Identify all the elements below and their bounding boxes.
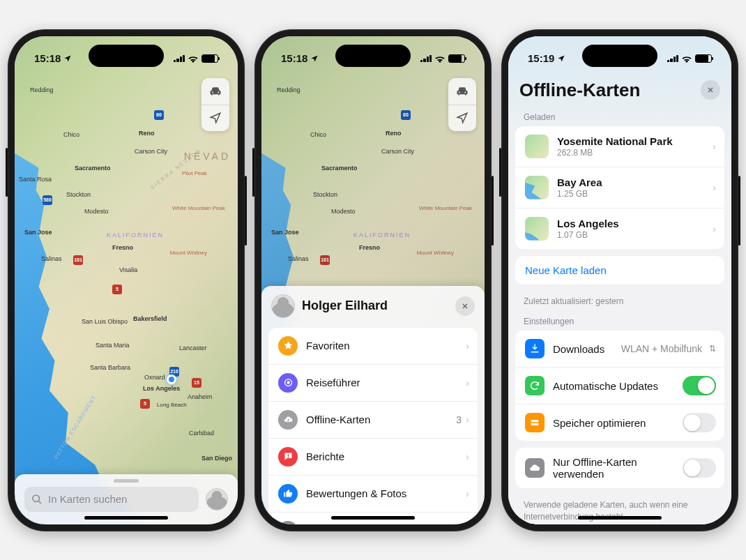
download-new-map-button[interactable]: Neue Karte laden xyxy=(515,256,724,285)
svg-point-2 xyxy=(287,381,289,384)
setting-auto-updates[interactable]: Automatische Updates xyxy=(515,367,724,404)
city-label: Fresno xyxy=(112,244,133,251)
close-button[interactable] xyxy=(701,80,720,100)
loaded-map-item[interactable]: Bay Area1.25 GB › xyxy=(515,167,724,208)
phone-frame-1: 15:18 NEVAD KALIFORNIEN SIERRA NEVADA PA… xyxy=(8,29,245,531)
cloud-off-icon xyxy=(525,458,545,478)
cloud-download-icon xyxy=(278,410,298,430)
phone-frame-3: 15:19 Offline-Karten Geladen Yosemite Na… xyxy=(501,29,738,531)
menu-item-reports[interactable]: Berichte › xyxy=(268,438,478,475)
locate-me-button[interactable] xyxy=(448,105,476,131)
status-indicators xyxy=(667,54,712,63)
city-label: Sacramento xyxy=(75,165,111,172)
sheet-grabber[interactable] xyxy=(114,479,139,483)
map-size: 1.07 GB xyxy=(557,230,713,240)
city-label: Carson City xyxy=(135,148,167,155)
thumb-up-icon xyxy=(278,484,298,504)
menu-item-label: Offline-Karten xyxy=(306,414,456,425)
city-label: Chico xyxy=(63,131,79,138)
city-label: Redding xyxy=(277,86,300,93)
storage-icon xyxy=(525,413,545,432)
wifi-icon xyxy=(188,54,199,63)
city-label: Stockton xyxy=(66,191,91,198)
city-label: Lancaster xyxy=(179,345,207,351)
menu-item-badge: 3 xyxy=(456,414,462,425)
section-settings-title: Einstellungen xyxy=(508,310,731,331)
city-label: Redding xyxy=(30,86,54,93)
profile-menu-card: Favoriten › Reiseführer › Offline-Karten… xyxy=(268,328,478,524)
battery-icon xyxy=(448,54,465,63)
setting-downloads[interactable]: Downloads WLAN + Mobilfunk ⇅ xyxy=(515,331,724,367)
menu-item-offline-maps[interactable]: Offline-Karten 3 › xyxy=(268,401,478,438)
peak-label: Mount Whitney xyxy=(170,250,207,256)
city-label: Stockton xyxy=(313,191,337,198)
close-icon xyxy=(706,86,715,94)
status-time: 15:18 xyxy=(281,52,307,64)
transport-mode-button[interactable] xyxy=(448,78,476,105)
menu-item-favorites[interactable]: Favoriten › xyxy=(268,328,478,364)
setting-label: Automatische Updates xyxy=(553,380,683,392)
svg-rect-5 xyxy=(531,420,539,422)
location-arrow-icon xyxy=(209,112,222,124)
battery-icon xyxy=(695,54,712,63)
city-label: San Diego xyxy=(201,455,232,462)
chevron-right-icon: › xyxy=(466,451,469,462)
picker-icon: ⇅ xyxy=(709,344,716,354)
report-icon xyxy=(278,447,298,467)
toggle-offline-only[interactable] xyxy=(683,458,716,478)
toggle-auto-updates[interactable] xyxy=(683,376,716,395)
region-kalifornien: KALIFORNIEN xyxy=(107,232,164,239)
city-label: Santa Rosa xyxy=(19,176,52,183)
wifi-icon xyxy=(681,54,692,63)
city-label: San Luis Obispo xyxy=(82,318,128,325)
close-icon xyxy=(461,302,469,310)
profile-sheet[interactable]: Holger Eilhard Favoriten › Reiseführer ›… xyxy=(261,286,485,524)
setting-value: WLAN + Mobilfunk xyxy=(621,343,702,354)
city-label: Modesto xyxy=(331,208,356,215)
search-input[interactable]: In Karten suchen xyxy=(24,487,199,512)
loaded-map-item[interactable]: Yosemite National Park262.8 MB › xyxy=(515,126,724,167)
toggle-optimize-storage[interactable] xyxy=(683,413,716,432)
profile-avatar-button[interactable] xyxy=(206,488,228,510)
status-time: 15:18 xyxy=(34,52,61,64)
city-label: Reno xyxy=(386,130,402,137)
city-label: Los Angeles xyxy=(143,385,180,392)
close-button[interactable] xyxy=(455,296,475,316)
city-label: Oxnard xyxy=(144,374,165,381)
status-indicators xyxy=(174,54,218,63)
dynamic-island xyxy=(89,45,164,67)
link-label: Neue Karte laden xyxy=(525,264,607,276)
home-indicator[interactable] xyxy=(84,516,168,520)
home-indicator[interactable] xyxy=(578,516,662,520)
setting-offline-only[interactable]: Nur Offline-Karten verwenden xyxy=(515,448,724,488)
city-label: Santa Barbara xyxy=(90,364,130,371)
city-label: Visalia xyxy=(119,266,137,273)
loaded-map-item[interactable]: Los Angeles1.07 GB › xyxy=(515,208,724,249)
map-name: Los Angeles xyxy=(557,218,713,229)
menu-item-label: Bewertungen & Fotos xyxy=(306,487,466,499)
region-kalifornien: KALIFORNIEN xyxy=(353,232,411,239)
search-placeholder: In Karten suchen xyxy=(48,493,127,505)
location-services-icon xyxy=(557,54,565,63)
car-icon xyxy=(208,84,222,98)
chevron-right-icon: › xyxy=(466,487,469,499)
locate-me-button[interactable] xyxy=(201,105,229,131)
home-indicator[interactable] xyxy=(331,516,415,520)
guide-icon xyxy=(278,373,298,393)
location-services-icon xyxy=(310,54,319,63)
setting-optimize-storage[interactable]: Speicher optimieren xyxy=(515,404,724,441)
map-name: Yosemite National Park xyxy=(557,135,713,147)
svg-rect-3 xyxy=(287,454,289,456)
chevron-right-icon: › xyxy=(713,222,716,234)
city-label: San Jose xyxy=(271,229,299,236)
city-label: Reno xyxy=(139,130,155,137)
city-label: Carson City xyxy=(381,148,414,155)
peak-label: White Mountain Peak xyxy=(419,205,472,211)
offline-sheet[interactable]: Offline-Karten Geladen Yosemite National… xyxy=(508,36,731,524)
transport-mode-button[interactable] xyxy=(201,78,229,105)
map-controls xyxy=(448,78,476,131)
menu-item-ratings[interactable]: Bewertungen & Fotos › xyxy=(268,475,478,512)
menu-item-guides[interactable]: Reiseführer › xyxy=(268,364,478,401)
chevron-right-icon: › xyxy=(466,340,469,351)
status-indicators xyxy=(420,54,465,63)
